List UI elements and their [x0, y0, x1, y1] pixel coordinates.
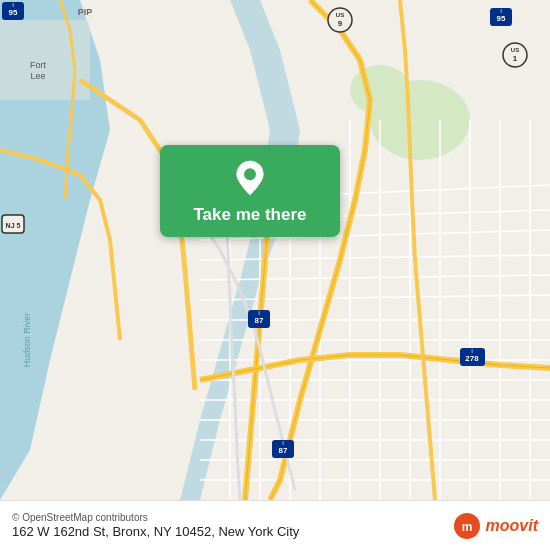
bottom-left-info: © OpenStreetMap contributors 162 W 162nd… — [12, 512, 299, 539]
moovit-brand-label: moovit — [486, 517, 538, 535]
svg-point-4 — [350, 65, 410, 115]
svg-text:278: 278 — [465, 354, 479, 363]
svg-text:m: m — [461, 520, 472, 534]
moovit-logo: m moovit — [453, 512, 538, 540]
map-svg: 95 I US 9 US 1 NJ 5 87 I 87 I 278 I — [0, 0, 550, 500]
svg-text:Hudson River: Hudson River — [22, 313, 32, 368]
address-text: 162 W 162nd St, Bronx, NY 10452, New Yor… — [12, 524, 299, 539]
svg-text:95: 95 — [9, 8, 18, 17]
svg-text:Fort: Fort — [30, 60, 47, 70]
svg-text:NJ 5: NJ 5 — [6, 222, 21, 229]
take-me-there-label: Take me there — [193, 205, 306, 225]
svg-text:87: 87 — [279, 446, 288, 455]
svg-text:US: US — [336, 12, 344, 18]
moovit-brand-icon: m — [453, 512, 481, 540]
svg-text:87: 87 — [255, 316, 264, 325]
map-container: 95 I US 9 US 1 NJ 5 87 I 87 I 278 I — [0, 0, 550, 500]
bottom-bar: © OpenStreetMap contributors 162 W 162nd… — [0, 500, 550, 550]
osm-credit: © OpenStreetMap contributors — [12, 512, 299, 523]
map-background: 95 I US 9 US 1 NJ 5 87 I 87 I 278 I — [0, 0, 550, 500]
svg-text:PIP: PIP — [78, 7, 93, 17]
svg-text:9: 9 — [338, 19, 343, 28]
svg-point-60 — [244, 168, 256, 180]
take-me-there-button[interactable]: Take me there — [160, 145, 340, 237]
svg-text:1: 1 — [513, 54, 518, 63]
svg-text:Lee: Lee — [30, 71, 45, 81]
svg-text:95: 95 — [497, 14, 506, 23]
location-pin-icon — [231, 159, 269, 197]
svg-text:US: US — [511, 47, 519, 53]
